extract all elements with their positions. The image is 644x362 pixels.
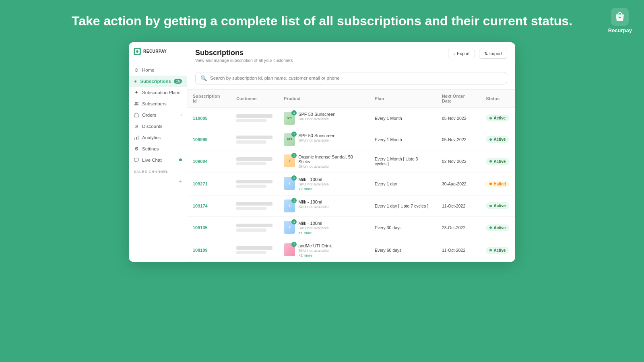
table-row: 109804 🕯 1 Organic Incense Sandal, 50 St… bbox=[187, 150, 515, 173]
sidebar-item-sales-channel[interactable]: + bbox=[129, 175, 187, 187]
search-input[interactable] bbox=[210, 76, 502, 80]
search-input-wrap: 🔍 bbox=[195, 72, 507, 84]
sales-channel-plus[interactable]: + bbox=[179, 178, 182, 185]
discounts-icon bbox=[134, 123, 139, 129]
subscription-id[interactable]: 108109 bbox=[193, 248, 208, 253]
export-label: Export bbox=[457, 51, 470, 56]
plan-text: Every 1 day bbox=[375, 181, 397, 186]
sidebar-label-live-chat: Live Chat bbox=[142, 158, 162, 162]
customer-email bbox=[236, 119, 266, 122]
search-bar: 🔍 bbox=[187, 67, 515, 90]
product-name: SPF 50 Sunscreen bbox=[298, 133, 335, 138]
product-more[interactable]: +2 more bbox=[298, 187, 329, 191]
product-more[interactable]: +1 more bbox=[298, 230, 329, 235]
sidebar-label-analytics: Analytics bbox=[142, 135, 161, 140]
product-sku: SKU not available bbox=[298, 248, 332, 253]
table-row: 109174 🥛 1 Milk - 100ml SKU not availabl… bbox=[187, 195, 515, 216]
search-icon: 🔍 bbox=[200, 75, 207, 81]
next-order-date: 23-Oct-2022 bbox=[442, 225, 465, 230]
plan-text: Every 1 Month [ Upto 3 cycles ] bbox=[375, 156, 418, 166]
customer-name bbox=[236, 180, 272, 183]
sidebar-item-orders[interactable]: Orders › bbox=[129, 109, 187, 121]
svg-point-7 bbox=[137, 126, 138, 128]
export-button[interactable]: ↓ Export bbox=[448, 49, 475, 58]
product-more[interactable]: +2 more bbox=[298, 253, 332, 257]
orders-arrow: › bbox=[181, 113, 182, 117]
product-cell: 🕯 1 Organic Incense Sandal, 50 Sticks SK… bbox=[284, 154, 363, 169]
svg-rect-9 bbox=[134, 138, 135, 140]
plan-text: Every 1 Month bbox=[375, 116, 402, 121]
subscription-id[interactable]: 109804 bbox=[193, 159, 208, 164]
svg-point-2 bbox=[136, 50, 138, 53]
live-chat-icon bbox=[134, 157, 139, 163]
brand-label: RECURPAY bbox=[143, 49, 167, 53]
product-info: Organic Incense Sandal, 50 Sticks SKU no… bbox=[298, 154, 363, 169]
status-dot bbox=[489, 117, 492, 119]
export-icon: ↓ bbox=[453, 51, 456, 56]
subscription-id[interactable]: 109135 bbox=[193, 225, 208, 230]
main-header: Subscriptions View and manage subscripti… bbox=[187, 42, 515, 67]
product-img-wrap: SPF 1 bbox=[284, 112, 295, 125]
recurpay-logo: Recurpay bbox=[608, 8, 632, 33]
product-sku: SKU not available bbox=[298, 204, 329, 209]
page-title: Subscriptions bbox=[195, 49, 293, 57]
plan-text: Every 1 day [ Upto 7 cycles ] bbox=[375, 204, 428, 208]
col-header-customer: Customer bbox=[231, 90, 278, 108]
customer-name bbox=[236, 157, 272, 161]
table-row: 109271 🥛 1 Milk - 100ml SKU not availabl… bbox=[187, 173, 515, 195]
sidebar-item-settings[interactable]: ⚙ Settings bbox=[129, 143, 187, 154]
product-badge: 1 bbox=[291, 175, 297, 181]
sidebar-item-analytics[interactable]: Analytics bbox=[129, 132, 187, 143]
plan-text: Every 60 days bbox=[375, 248, 402, 253]
product-img-wrap: 🍹 1 bbox=[284, 243, 295, 256]
sidebar-item-subscriptions[interactable]: ● Subscriptions 15 bbox=[129, 76, 187, 87]
subscriptions-icon: ● bbox=[134, 78, 137, 84]
product-img-wrap: 🕯 1 bbox=[284, 154, 295, 167]
sales-channel-label: SALES CHANNEL bbox=[129, 166, 187, 175]
sidebar: RECURPAY ⊙ Home ● Subscriptions 15 ✦ Sub… bbox=[129, 42, 187, 262]
customer-name bbox=[236, 246, 272, 250]
sidebar-label-subscribers: Subscribers bbox=[142, 101, 167, 106]
import-button[interactable]: ⇅ Import bbox=[479, 49, 507, 59]
subscription-id[interactable]: 109174 bbox=[193, 204, 208, 208]
col-header-plan: Plan bbox=[369, 90, 436, 108]
header-left: Subscriptions View and manage subscripti… bbox=[195, 49, 293, 63]
product-cell: 🥛 1 Milk - 100ml SKU not available +2 mo… bbox=[284, 177, 363, 191]
live-chat-dot bbox=[179, 158, 182, 161]
product-name: Milk - 100ml bbox=[298, 221, 329, 226]
product-badge: 1 bbox=[291, 110, 297, 115]
product-info: Milk - 100ml SKU not available +2 more bbox=[298, 177, 329, 191]
subscriptions-table-container: Subscription Id Customer Product Plan Ne… bbox=[187, 90, 515, 262]
product-badge: 1 bbox=[291, 198, 297, 203]
brand-icon bbox=[134, 48, 141, 55]
page-subtitle: View and manage subscription of all your… bbox=[195, 58, 293, 63]
import-label: Import bbox=[489, 51, 502, 56]
status-badge: Active bbox=[486, 202, 509, 209]
subscriptions-table: Subscription Id Customer Product Plan Ne… bbox=[187, 90, 515, 262]
sidebar-item-subscription-plans[interactable]: ✦ Subscription Plans bbox=[129, 87, 187, 98]
subscription-id[interactable]: 109999 bbox=[193, 137, 208, 142]
sidebar-item-live-chat[interactable]: Live Chat bbox=[129, 154, 187, 166]
subscription-id[interactable]: 109271 bbox=[193, 181, 208, 186]
table-row: 110005 SPF 1 SPF 50 Sunscreen SKU not av… bbox=[187, 107, 515, 129]
next-order-date: 05-Nov-2022 bbox=[442, 116, 466, 121]
sidebar-item-home[interactable]: ⊙ Home bbox=[129, 64, 187, 76]
subscription-id[interactable]: 110005 bbox=[193, 116, 208, 121]
status-dot bbox=[489, 249, 492, 251]
col-header-id: Subscription Id bbox=[187, 90, 231, 108]
sidebar-label-discounts: Discounts bbox=[142, 124, 163, 129]
subscriptions-badge: 15 bbox=[174, 79, 182, 84]
sidebar-label-subscriptions: Subscriptions bbox=[140, 79, 171, 84]
svg-point-6 bbox=[135, 125, 136, 126]
next-order-date: 11-Oct-2022 bbox=[442, 248, 465, 253]
product-cell: SPF 1 SPF 50 Sunscreen SKU not available bbox=[284, 112, 363, 125]
sidebar-item-discounts[interactable]: Discounts bbox=[129, 121, 187, 132]
product-name: Organic Incense Sandal, 50 Sticks bbox=[298, 154, 363, 164]
sidebar-item-subscribers[interactable]: Subscribers bbox=[129, 98, 187, 109]
table-row: 109135 🥛 1 Milk - 100ml SKU not availabl… bbox=[187, 216, 515, 239]
next-order-date: 02-Nov-2022 bbox=[442, 159, 466, 164]
svg-rect-11 bbox=[138, 136, 138, 140]
status-dot bbox=[489, 205, 492, 207]
status-dot bbox=[489, 160, 492, 162]
next-order-date: 05-Nov-2022 bbox=[442, 137, 466, 142]
